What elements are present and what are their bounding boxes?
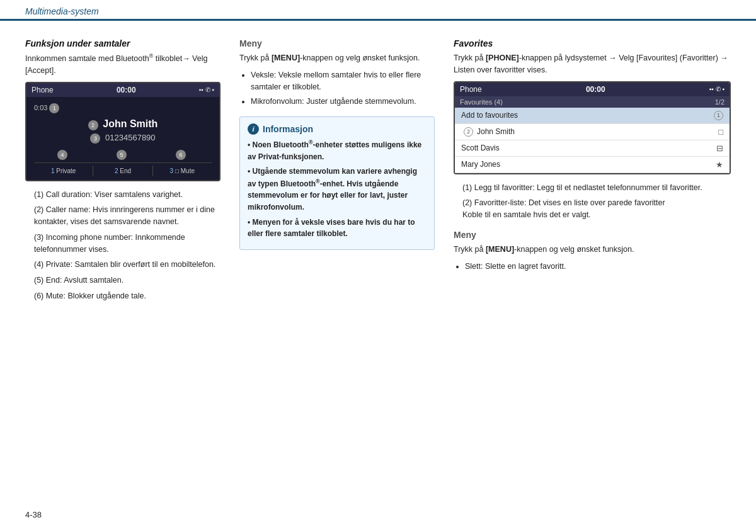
phone-screen-left: Phone 00:00 ▪▪ ✆ ▪ 0:03 1 2 John Smith 3… [25, 82, 220, 181]
btn1-label: Private [56, 167, 76, 174]
main-content: Funksjon under samtaler Innkommen samtal… [0, 21, 756, 319]
right-list-item-2: (2) Favoritter-liste: Det vises en liste… [454, 197, 731, 221]
fav-scott-icon: ⊟ [716, 144, 723, 153]
phone-header-left: Phone 00:00 ▪▪ ✆ ▪ [26, 83, 219, 97]
list-item-5: (5) End: Avslutt samtalen. [25, 274, 220, 286]
fav-john-circle: 2 [464, 127, 473, 137]
btn2-label: End [120, 167, 131, 174]
right-list-item-1: (1) Legg til favoritter: Legg til et ned… [454, 182, 731, 194]
phone-icons-left: ▪▪ ✆ ▪ [199, 86, 214, 93]
phone-keyword: [PHONE] [486, 54, 519, 62]
phone-timer: 0:03 1 [34, 103, 212, 113]
fav-phone-screen: Phone 00:00 ▪▪ ✆ ▪ Favourites (4) 1/2 Ad… [454, 81, 731, 174]
info-icon: i [248, 123, 259, 135]
fav-phone-title: Phone [460, 85, 482, 94]
right-meny-text: Trykk på [MENU]-knappen og velg ønsket f… [454, 244, 731, 256]
phone-time-left: 00:00 [117, 86, 136, 94]
fav-john-name: John Smith [477, 127, 718, 136]
fav-john-icon: □ [718, 127, 723, 137]
middle-intro: Trykk på [MENU]-knappen og velg ønsket f… [239, 52, 435, 64]
info-box-wrapper: i Informasjon • Noen Bluetooth®-enheter … [239, 116, 435, 250]
btn2-num: 2 [115, 167, 118, 174]
phone-title-left: Phone [32, 86, 54, 94]
circle-6: 6 [176, 150, 186, 160]
circle-1: 1 [49, 103, 59, 113]
right-meny-title: Meny [454, 230, 731, 240]
phone-btn-end[interactable]: 2 End [93, 166, 152, 176]
fav-scott-name: Scott Davis [461, 144, 716, 152]
middle-column: Meny Trykk på [MENU]-knappen og velg øns… [239, 38, 435, 306]
fav-row-add[interactable]: Add to favourites 1 [455, 108, 730, 124]
left-num-list: (1) Call duration: Viser samtalens varig… [25, 189, 220, 302]
info-item-1: • Noen Bluetooth®-enheter støttes mulige… [248, 139, 427, 162]
list-item-2: (2) Caller name: Hvis innringerens numme… [25, 204, 220, 228]
info-item-2: • Utgående stemmevolum kan variere avhen… [248, 166, 427, 213]
circle-5: 5 [117, 150, 127, 160]
fav-add-label: Add to favourites [461, 111, 518, 120]
phone-body-left: 0:03 1 2 John Smith 3 01234567890 4 5 6 [26, 97, 219, 180]
fav-subheader: Favourites (4) 1/2 [455, 96, 730, 108]
btn1-num: 1 [51, 167, 55, 174]
fav-phone-header: Phone 00:00 ▪▪ ✆ ▪ [455, 82, 730, 96]
bullet-item-1: Veksle: Veksle mellom samtaler hvis to e… [251, 69, 435, 93]
right-column: Favorites Trykk på [PHONE]-knappen på ly… [454, 38, 731, 306]
phone-buttons: 1 Private 2 End 3 □ Mute [34, 162, 212, 176]
info-box: i Informasjon • Noen Bluetooth®-enheter … [239, 116, 435, 250]
phone-circle-row: 4 5 6 [34, 150, 212, 160]
btn3-num: 3 [170, 167, 174, 174]
circle-2: 2 [88, 120, 98, 130]
fav-phone-time: 00:00 [586, 85, 605, 94]
right-bullet-1: Slett: Slette en lagret favoritt. [465, 261, 731, 273]
circle-4: 4 [57, 150, 67, 160]
fav-row-mary[interactable]: Mary Jones ★ [455, 157, 730, 173]
phone-number-text: 01234567890 [105, 133, 156, 142]
right-meny-section: Meny Trykk på [MENU]-knappen og velg øns… [454, 230, 731, 273]
right-bullet-list: Slett: Slette en lagret favoritt. [454, 261, 731, 273]
phone-btn-mute[interactable]: 3 □ Mute [153, 166, 212, 176]
right-num-list: (1) Legg til favoritter: Legg til et ned… [454, 182, 731, 221]
fav-phone-icons: ▪▪ ✆ ▪ [709, 86, 724, 93]
list-item-3: (3) Incoming phone number: Innkommende t… [25, 232, 220, 256]
list-item-4: (4) Private: Samtalen blir overført til … [25, 259, 220, 271]
caller-info: 2 John Smith [34, 118, 212, 130]
info-item-3: • Menyen for å veksle vises bare hvis du… [248, 217, 427, 240]
list-item-6: (6) Mute: Blokker utgående tale. [25, 290, 220, 302]
middle-bullet-list: Veksle: Veksle mellom samtaler hvis to e… [239, 69, 435, 108]
fav-row-scott[interactable]: Scott Davis ⊟ [455, 140, 730, 157]
right-section-title: Favorites [454, 38, 731, 48]
middle-section-title: Meny [239, 38, 435, 48]
btn3-label: □ Mute [175, 167, 195, 174]
left-intro-text: Innkommen samtale med Bluetooth® tilkobl… [25, 52, 220, 77]
fav-row-john[interactable]: 2 John Smith □ [455, 124, 730, 140]
menu-keyword-right: [MENU] [486, 245, 514, 254]
bullet-item-2: Mikrofonvolum: Juster utgående stemmevol… [251, 96, 435, 108]
phone-btn-private[interactable]: 1 Private [34, 166, 93, 176]
fav-mary-icon: ★ [716, 160, 723, 169]
caller-name: John Smith [103, 118, 158, 129]
list-item-1: (1) Call duration: Viser samtalens varig… [25, 189, 220, 201]
circle-3: 3 [90, 133, 100, 144]
page-number: 4-38 [25, 510, 42, 519]
info-box-title: i Informasjon [248, 123, 427, 135]
fav-mary-name: Mary Jones [461, 160, 716, 169]
page-header: Multimedia-system [0, 0, 756, 21]
info-title-text: Informasjon [263, 124, 313, 134]
phone-number-display: 3 01234567890 [34, 133, 212, 144]
right-intro: Trykk på [PHONE]-knappen på lydsystemet … [454, 52, 731, 76]
left-column: Funksjon under samtaler Innkommen samtal… [25, 38, 220, 306]
fav-add-circle: 1 [714, 111, 723, 120]
fav-subheader-right: 1/2 [715, 98, 724, 106]
fav-subheader-left: Favourites (4) [460, 98, 503, 106]
menu-keyword: [MENU] [272, 54, 300, 62]
header-title: Multimedia-system [25, 6, 99, 16]
left-section-title: Funksjon under samtaler [25, 38, 220, 48]
